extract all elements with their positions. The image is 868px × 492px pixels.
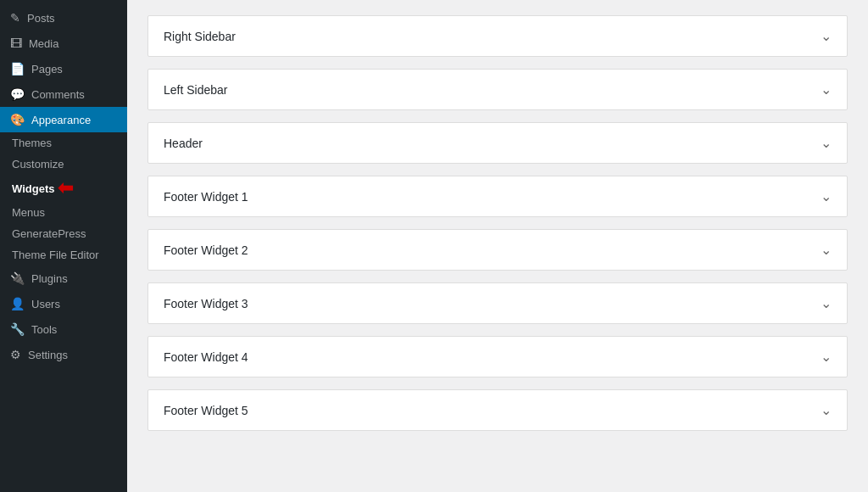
widget-panel-footer-widget-3: Footer Widget 3 ⌄ <box>147 282 848 324</box>
chevron-down-icon: ⌄ <box>821 28 832 44</box>
sidebar-item-users[interactable]: 👤 Users <box>0 291 127 316</box>
widget-panel-header-left-sidebar[interactable]: Left Sidebar ⌄ <box>148 70 847 109</box>
widget-panel-header-footer-widget-4[interactable]: Footer Widget 4 ⌄ <box>148 337 847 377</box>
comments-icon: 💬 <box>10 87 25 101</box>
chevron-down-icon: ⌄ <box>821 188 832 204</box>
widget-panel-title-footer-widget-2: Footer Widget 2 <box>164 243 248 257</box>
widget-panel-title-left-sidebar: Left Sidebar <box>164 83 228 97</box>
widget-panel-footer-widget-1: Footer Widget 1 ⌄ <box>147 176 848 217</box>
widget-panel-title-header: Header <box>164 137 203 150</box>
sidebar-item-label: Media <box>29 37 58 50</box>
widget-panel-footer-widget-4: Footer Widget 4 ⌄ <box>147 336 848 377</box>
sidebar-main-nav: ✎ Posts 🎞 Media 📄 Pages 💬 Comments 🎨 App… <box>0 0 127 372</box>
pages-icon: 📄 <box>10 62 25 75</box>
sidebar-item-themes[interactable]: Themes <box>0 132 127 154</box>
sidebar-item-label: Pages <box>31 63 63 75</box>
widget-panel-footer-widget-5: Footer Widget 5 ⌄ <box>147 389 848 431</box>
widget-panel-header-footer-widget-2[interactable]: Footer Widget 2 ⌄ <box>148 230 847 270</box>
widget-panel-right-sidebar: Right Sidebar ⌄ <box>147 15 848 57</box>
sidebar-item-menus[interactable]: Menus <box>0 202 127 223</box>
appearance-icon: 🎨 <box>10 113 25 126</box>
chevron-down-icon: ⌄ <box>821 242 832 258</box>
sidebar-item-label: Users <box>31 298 60 310</box>
widget-panel-footer-widget-2: Footer Widget 2 ⌄ <box>147 229 848 271</box>
sidebar-item-label: Appearance <box>31 114 91 126</box>
sidebar-item-appearance[interactable]: 🎨 Appearance <box>0 107 127 132</box>
widget-panel-title-footer-widget-1: Footer Widget 1 <box>164 190 248 204</box>
tools-icon: 🔧 <box>10 322 25 336</box>
widget-panel-title-footer-widget-3: Footer Widget 3 <box>164 297 248 310</box>
widget-panel-header-footer-widget-1[interactable]: Footer Widget 1 ⌄ <box>148 176 847 216</box>
sidebar: ✎ Posts 🎞 Media 📄 Pages 💬 Comments 🎨 App… <box>0 0 127 492</box>
widget-panel-left-sidebar: Left Sidebar ⌄ <box>147 69 848 110</box>
sidebar-item-media[interactable]: 🎞 Media <box>0 31 127 56</box>
chevron-down-icon: ⌄ <box>821 295 832 311</box>
widget-panel-header-right-sidebar[interactable]: Right Sidebar ⌄ <box>148 16 847 56</box>
sidebar-item-generatepress[interactable]: GeneratePress <box>0 223 127 244</box>
plugins-icon: 🔌 <box>10 271 25 285</box>
widget-accordion: Right Sidebar ⌄ Left Sidebar ⌄ Header ⌄ … <box>147 15 848 431</box>
sidebar-item-comments[interactable]: 💬 Comments <box>0 81 127 107</box>
sidebar-item-settings[interactable]: ⚙ Settings <box>0 342 127 367</box>
main-content: Right Sidebar ⌄ Left Sidebar ⌄ Header ⌄ … <box>127 0 868 492</box>
users-icon: 👤 <box>10 297 25 310</box>
settings-icon: ⚙ <box>10 348 21 361</box>
chevron-down-icon: ⌄ <box>821 135 832 151</box>
sidebar-item-label: Comments <box>31 88 85 101</box>
sidebar-item-plugins[interactable]: 🔌 Plugins <box>0 266 127 291</box>
widgets-arrow: ⬅ <box>58 179 73 198</box>
widget-panel-title-footer-widget-5: Footer Widget 5 <box>164 404 248 417</box>
sidebar-item-tools[interactable]: 🔧 Tools <box>0 316 127 342</box>
media-icon: 🎞 <box>10 36 22 50</box>
appearance-submenu: Themes Customize Widgets ⬅ Menus Generat… <box>0 132 127 266</box>
sidebar-item-label: Posts <box>27 12 55 25</box>
chevron-down-icon: ⌄ <box>821 81 832 98</box>
sidebar-item-label: Tools <box>31 323 57 336</box>
sidebar-item-theme-file-editor[interactable]: Theme File Editor <box>0 244 127 266</box>
widget-panel-header-header[interactable]: Header ⌄ <box>148 123 847 163</box>
widget-panel-header: Header ⌄ <box>147 122 848 164</box>
chevron-down-icon: ⌄ <box>821 349 832 365</box>
sidebar-item-widgets[interactable]: Widgets ⬅ <box>0 175 127 202</box>
chevron-down-icon: ⌄ <box>821 402 832 418</box>
sidebar-item-label: Plugins <box>31 272 68 285</box>
widget-panel-title-footer-widget-4: Footer Widget 4 <box>164 350 248 364</box>
widget-panel-header-footer-widget-3[interactable]: Footer Widget 3 ⌄ <box>148 283 847 323</box>
sidebar-item-label: Settings <box>28 349 68 361</box>
sidebar-item-customize[interactable]: Customize <box>0 154 127 175</box>
posts-icon: ✎ <box>10 11 20 25</box>
sidebar-item-pages[interactable]: 📄 Pages <box>0 56 127 81</box>
widget-panel-header-footer-widget-5[interactable]: Footer Widget 5 ⌄ <box>148 390 847 430</box>
sidebar-item-posts[interactable]: ✎ Posts <box>0 5 127 31</box>
widget-panel-title-right-sidebar: Right Sidebar <box>164 30 236 43</box>
